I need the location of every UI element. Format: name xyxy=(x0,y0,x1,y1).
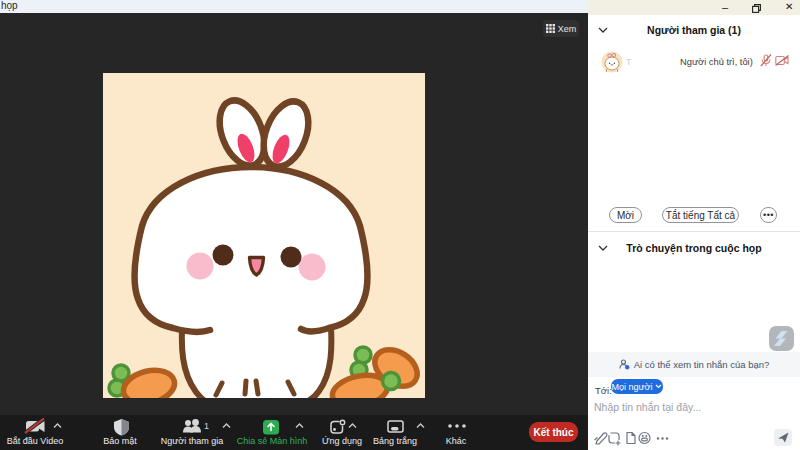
svg-text:1: 1 xyxy=(204,421,209,431)
